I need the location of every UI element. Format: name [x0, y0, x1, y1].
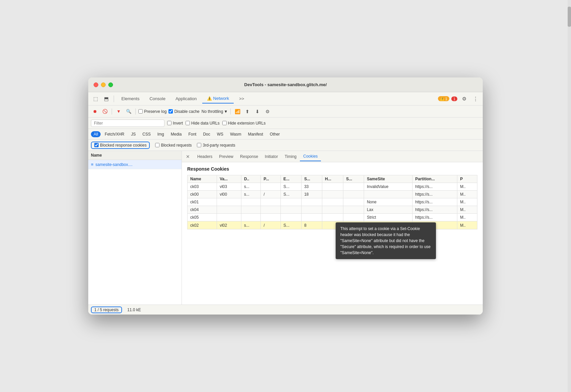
type-btn-css[interactable]: CSS: [140, 131, 153, 137]
cell-path: /: [261, 191, 280, 198]
tab-elements[interactable]: Elements: [117, 94, 144, 103]
cell-expires: [280, 198, 301, 206]
more-options-icon[interactable]: ⋮: [471, 94, 480, 104]
cell-name: ck01: [188, 198, 217, 206]
record-button[interactable]: ⏺: [91, 108, 99, 116]
settings-icon[interactable]: ⚙: [459, 94, 469, 104]
tab-initiator[interactable]: Initiator: [261, 152, 281, 161]
cell-priority: M..: [457, 214, 477, 221]
table-header-row: Name Va... D.. P... E... S... H... S... …: [188, 175, 477, 183]
hide-data-urls-checkbox[interactable]: [186, 121, 190, 125]
network-warn-icon: ⚠️: [207, 96, 212, 101]
tab-network[interactable]: ⚠️ Network: [202, 94, 234, 104]
table-row[interactable]: ck05 Strict https://s... M..: [188, 214, 477, 221]
cell-size: [301, 198, 322, 206]
wifi-icon[interactable]: 📶: [233, 108, 241, 116]
preserve-log-checkbox[interactable]: [138, 109, 143, 114]
cell-secure: [343, 206, 364, 214]
tab-preview[interactable]: Preview: [216, 152, 237, 161]
close-button[interactable]: [94, 82, 98, 87]
cell-path: [261, 206, 280, 214]
hide-data-urls-label[interactable]: Hide data URLs: [186, 121, 220, 126]
tab-response[interactable]: Response: [237, 152, 261, 161]
blocked-requests-filter[interactable]: Blocked requests: [155, 143, 192, 148]
net-divider-1: [112, 109, 112, 115]
type-btn-doc[interactable]: Doc: [200, 131, 213, 137]
maximize-button[interactable]: [108, 82, 113, 87]
upload-icon[interactable]: ⬆: [243, 108, 251, 116]
device-toolbar-icon[interactable]: ⬒: [102, 94, 111, 104]
col-secure: S...: [343, 175, 364, 183]
cell-partition: https://s...: [412, 183, 457, 191]
requests-count: 1 / 5 requests: [91, 307, 122, 313]
tab-cookies[interactable]: Cookies: [300, 152, 321, 161]
type-btn-js[interactable]: JS: [128, 131, 138, 137]
cell-http: [322, 198, 343, 206]
download-icon[interactable]: ⬇: [253, 108, 261, 116]
tab-console[interactable]: Console: [145, 94, 170, 103]
table-row[interactable]: ck04 Lax https://s... M..: [188, 206, 477, 214]
table-row[interactable]: ck03 vl03 s... S... 33 InvalidValue http…: [188, 183, 477, 191]
minimize-button[interactable]: [101, 82, 106, 87]
table-row[interactable]: ck00 vl00 s... / S... 18 https://s...: [188, 191, 477, 198]
cell-expires: S...: [280, 183, 301, 191]
blocked-response-cookies-checkbox[interactable]: [94, 143, 99, 147]
preserve-log-label[interactable]: Preserve log: [138, 109, 166, 114]
blocked-response-cookies-filter[interactable]: Blocked response cookies: [91, 142, 150, 149]
table-row[interactable]: ck01 None https://s... M..: [188, 198, 477, 206]
request-item[interactable]: ≡ samesite-sandbox....: [88, 160, 182, 169]
type-btn-ws[interactable]: WS: [214, 131, 226, 137]
cell-samesite: Strict: [364, 214, 413, 221]
cell-name: ck00: [188, 191, 217, 198]
filter-input[interactable]: [91, 120, 164, 127]
response-cookies-title: Response Cookies: [187, 166, 477, 172]
tab-more[interactable]: >>: [234, 94, 249, 103]
cell-samesite: [364, 191, 413, 198]
third-party-requests-filter[interactable]: 3rd-party requests: [197, 143, 235, 148]
cell-http: [322, 206, 343, 214]
cell-path: [261, 198, 280, 206]
cell-partition: https://s...: [412, 214, 457, 221]
type-btn-other[interactable]: Other: [267, 131, 282, 137]
tab-timing[interactable]: Timing: [281, 152, 300, 161]
type-btn-fetch-xhr[interactable]: Fetch/XHR: [102, 131, 127, 137]
type-btn-all[interactable]: All: [91, 131, 101, 137]
disable-cache-checkbox[interactable]: [168, 109, 173, 114]
invert-filter-label[interactable]: Invert: [167, 121, 183, 126]
third-party-requests-checkbox[interactable]: [197, 143, 201, 147]
clear-button[interactable]: 🚫: [101, 108, 109, 116]
status-bar: 1 / 5 requests 11.0 kE: [88, 305, 483, 315]
filter-button[interactable]: ▼: [115, 108, 123, 116]
type-btn-font[interactable]: Font: [186, 131, 199, 137]
cell-samesite: InvalidValue: [364, 183, 413, 191]
cell-expires: [280, 206, 301, 214]
cell-value: vl00: [217, 191, 241, 198]
inspector-icon[interactable]: ⬚: [91, 94, 100, 104]
cell-priority: M..: [457, 191, 477, 198]
col-domain: D..: [241, 175, 261, 183]
blocked-requests-checkbox[interactable]: [155, 143, 159, 147]
disable-cache-label[interactable]: Disable cache: [168, 109, 199, 114]
type-btn-media[interactable]: Media: [168, 131, 185, 137]
throttle-select[interactable]: No throttling ▼: [202, 109, 228, 114]
col-size: S...: [301, 175, 322, 183]
cell-priority: M..: [457, 183, 477, 191]
tab-application[interactable]: Application: [171, 94, 202, 103]
hide-extension-urls-checkbox[interactable]: [222, 121, 227, 125]
invert-checkbox[interactable]: [167, 121, 172, 125]
hide-extension-urls-label[interactable]: Hide extension URLs: [222, 121, 266, 126]
right-panel: ✕ Headers Preview Response Initiator Tim…: [182, 151, 483, 305]
type-btn-manifest[interactable]: Manifest: [245, 131, 266, 137]
main-tab-list: Elements Console Application ⚠️ Network …: [117, 94, 437, 104]
type-btn-img[interactable]: Img: [155, 131, 167, 137]
net-divider-3: [230, 109, 231, 115]
type-btn-wasm[interactable]: Wasm: [227, 131, 244, 137]
close-right-panel-button[interactable]: ✕: [185, 153, 191, 160]
cell-samesite: None: [364, 198, 413, 206]
cell-http: [322, 191, 343, 198]
network-settings-icon[interactable]: ⚙: [263, 108, 271, 116]
cell-value: [217, 198, 241, 206]
search-button[interactable]: 🔍: [125, 108, 133, 116]
tab-headers[interactable]: Headers: [194, 152, 216, 161]
col-path: P...: [261, 175, 280, 183]
